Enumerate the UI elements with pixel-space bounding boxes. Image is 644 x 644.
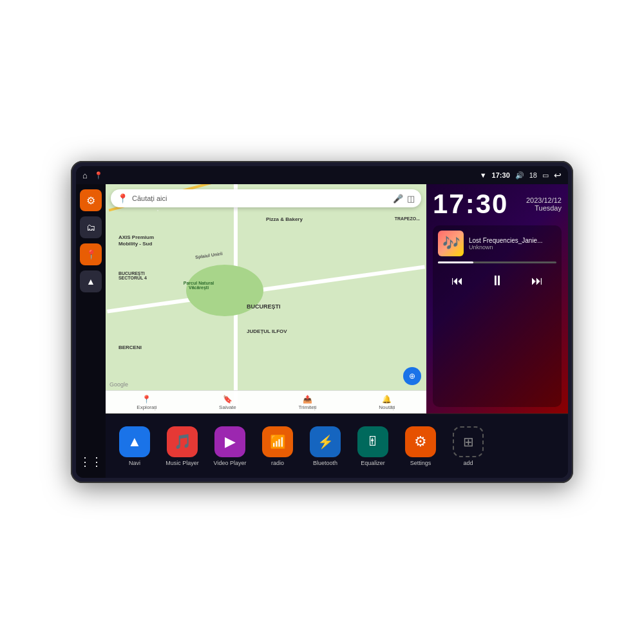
app-bluetooth[interactable]: ⚡ Bluetooth	[303, 426, 348, 466]
radio-label: radio	[271, 460, 284, 466]
sidebar-navi-btn[interactable]: ▲	[80, 270, 102, 292]
screen: ⌂ 📍 ▼ 17:30 🔊 18 ▭ ↩ ⚙ 🗂	[76, 166, 568, 478]
app-add[interactable]: ⊞ add	[446, 426, 491, 466]
map-label-ilfov: JUDEȚUL ILFOV	[247, 328, 287, 334]
radio-icon: 📶	[262, 426, 293, 457]
progress-fill	[438, 261, 473, 263]
clock-time: 17:30	[433, 191, 508, 218]
star-decor	[157, 210, 158, 211]
settings-icon: ⚙	[86, 194, 95, 207]
music-track-info: 🎶 Lost Frequencies_Janie... Unknown	[438, 231, 556, 256]
saved-label: Salvate	[219, 404, 236, 410]
map-locate-btn[interactable]: ⊕	[403, 367, 421, 385]
status-bar: ⌂ 📍 ▼ 17:30 🔊 18 ▭ ↩	[76, 166, 568, 184]
map-label-pizza: Pizza & Bakery	[266, 216, 303, 222]
map-label-axis: AXIS PremiumMobility - Sud	[118, 234, 157, 247]
battery-icon: ▭	[542, 171, 549, 180]
car-head-unit: ⌂ 📍 ▼ 17:30 🔊 18 ▭ ↩ ⚙ 🗂	[71, 161, 573, 483]
clock-date: 2023/12/12 Tuesday	[526, 196, 562, 212]
app-music[interactable]: 🎵 Music Player	[160, 426, 205, 466]
app-settings[interactable]: ⚙ Settings	[398, 426, 443, 466]
bluetooth-icon: ⚡	[310, 426, 341, 457]
volume-icon: 🔊	[515, 171, 524, 180]
next-btn[interactable]: ⏭	[529, 272, 545, 290]
right-panel: 17:30 2023/12/12 Tuesday 🎶	[426, 184, 568, 413]
map-nav-explore[interactable]: 📍 Explorați	[137, 395, 156, 410]
navigation-icon: ▲	[86, 276, 95, 287]
status-left: ⌂ 📍	[82, 171, 103, 180]
map-label-sectorul4: BUCUREȘTISECTORUL 4	[118, 271, 147, 280]
sidebar-files-btn[interactable]: 🗂	[80, 216, 102, 238]
clock-date-value: 2023/12/12	[526, 196, 562, 204]
pause-btn[interactable]: ⏸	[488, 270, 507, 292]
app-navi[interactable]: ▲ Navi	[112, 426, 157, 466]
status-time: 17:30	[492, 171, 510, 179]
explore-label: Explorați	[137, 404, 156, 410]
explore-icon: 📍	[142, 395, 151, 404]
main-area: ⚙ 🗂 📍 ▲ ⋮⋮	[76, 184, 568, 478]
music-player: 🎶 Lost Frequencies_Janie... Unknown	[433, 225, 562, 407]
settings-label: Settings	[410, 460, 431, 466]
home-icon[interactable]: ⌂	[82, 171, 88, 180]
navi-label: Navi	[129, 460, 140, 466]
map-nav-saved[interactable]: 🔖 Salvate	[219, 395, 236, 410]
equalizer-icon: 🎚	[357, 426, 388, 457]
map-background: AXIS PremiumMobility - Sud Pizza & Baker…	[106, 184, 426, 413]
track-details: Lost Frequencies_Janie... Unknown	[469, 237, 556, 251]
app-grid: ▲ Navi 🎵 Music Player ▶	[106, 413, 568, 478]
app-equalizer[interactable]: 🎚 Equalizer	[350, 426, 395, 466]
sidebar-grid-btn[interactable]: ⋮⋮	[80, 451, 102, 473]
map-search-text: Căutați aici	[132, 194, 389, 202]
music-label: Music Player	[166, 460, 199, 466]
map-label-berceni: BERCENI	[118, 345, 142, 350]
settings-app-icon: ⚙	[405, 426, 436, 457]
add-icon: ⊞	[453, 426, 484, 457]
share-icon: 📤	[303, 395, 312, 404]
battery-level: 18	[529, 171, 537, 179]
map-label-trapezul: TRAPEZO...	[395, 216, 420, 221]
saved-icon: 🔖	[223, 395, 232, 404]
map-icon[interactable]: 📍	[94, 171, 103, 180]
map-area[interactable]: AXIS PremiumMobility - Sud Pizza & Baker…	[106, 184, 426, 413]
left-sidebar: ⚙ 🗂 📍 ▲ ⋮⋮	[76, 184, 106, 478]
progress-bar[interactable]	[438, 261, 556, 263]
files-icon: 🗂	[86, 222, 95, 232]
video-icon: ▶	[214, 426, 245, 457]
app-video[interactable]: ▶ Video Player	[207, 426, 252, 466]
status-right: ▼ 17:30 🔊 18 ▭ ↩	[480, 170, 562, 180]
mic-icon[interactable]: 🎤	[393, 194, 403, 204]
map-pin-icon: 📍	[86, 249, 97, 260]
news-icon: 🔔	[382, 395, 392, 404]
track-name: Lost Frequencies_Janie...	[469, 237, 556, 244]
map-label-parc: Parcul NaturalVăcărești	[176, 281, 222, 290]
share-label: Trimiteți	[298, 404, 316, 410]
map-label-splai: Splaiul Unirii	[195, 251, 223, 260]
map-search-bar[interactable]: 📍 Căutați aici 🎤 ◫	[111, 189, 421, 207]
music-controls: ⏮ ⏸ ⏭	[438, 270, 556, 292]
top-section: AXIS PremiumMobility - Sud Pizza & Baker…	[106, 184, 568, 413]
back-icon[interactable]: ↩	[554, 170, 562, 180]
layers-icon[interactable]: ◫	[407, 194, 415, 204]
sidebar-maps-btn[interactable]: 📍	[80, 243, 102, 265]
navi-icon: ▲	[119, 426, 150, 457]
track-artist: Unknown	[469, 244, 556, 251]
bluetooth-label: Bluetooth	[313, 460, 337, 466]
news-label: Noutăți	[379, 404, 395, 410]
prev-btn[interactable]: ⏮	[449, 272, 466, 290]
google-logo: Google	[109, 381, 128, 388]
locate-icon: ⊕	[409, 372, 415, 381]
add-label: add	[463, 460, 473, 466]
map-label-bucuresti: BUCUREȘTI	[247, 303, 281, 310]
app-radio[interactable]: 📶 radio	[255, 426, 300, 466]
equalizer-label: Equalizer	[361, 460, 385, 466]
map-nav-share[interactable]: 📤 Trimiteți	[298, 395, 316, 410]
music-icon: 🎵	[167, 426, 198, 457]
clock-section: 17:30 2023/12/12 Tuesday	[433, 191, 562, 218]
video-label: Video Player	[214, 460, 247, 466]
center-content: AXIS PremiumMobility - Sud Pizza & Baker…	[106, 184, 568, 478]
album-art: 🎶	[438, 231, 464, 256]
map-nav-news[interactable]: 🔔 Noutăți	[379, 395, 395, 410]
map-bottom-nav: 📍 Explorați 🔖 Salvate 📤 Trimiteți	[106, 390, 426, 413]
sidebar-settings-btn[interactable]: ⚙	[80, 189, 102, 211]
google-maps-icon: 📍	[117, 193, 128, 204]
